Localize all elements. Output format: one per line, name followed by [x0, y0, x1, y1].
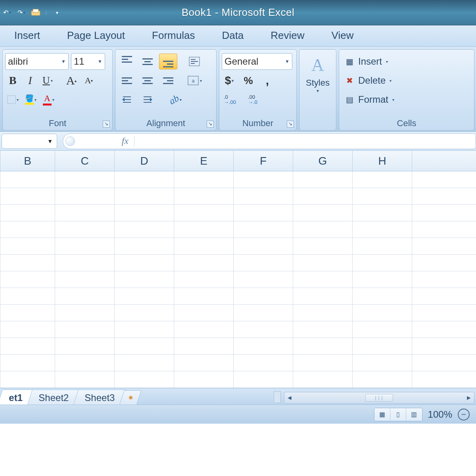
cell[interactable]	[115, 205, 174, 221]
cell[interactable]	[293, 271, 353, 288]
col-header-H[interactable]: H	[353, 151, 412, 171]
cell[interactable]	[55, 255, 115, 271]
cell[interactable]	[234, 171, 293, 188]
zoom-level[interactable]: 100%	[428, 409, 452, 420]
cell[interactable]	[353, 171, 412, 188]
hscroll-thumb[interactable]: ∣∣∣	[365, 394, 393, 402]
cell[interactable]	[234, 371, 293, 388]
cell[interactable]	[353, 305, 412, 321]
cell[interactable]	[115, 288, 174, 305]
col-header-E[interactable]: E	[174, 151, 234, 171]
cell[interactable]	[412, 221, 476, 238]
cell[interactable]	[115, 238, 174, 255]
cell[interactable]	[174, 188, 234, 205]
cell[interactable]	[55, 305, 115, 321]
cell[interactable]	[0, 355, 55, 371]
cell[interactable]	[55, 205, 115, 221]
cell[interactable]	[234, 305, 293, 321]
number-dialog-launcher[interactable]: ↘	[287, 121, 294, 128]
cell[interactable]	[353, 271, 412, 288]
cell[interactable]	[115, 188, 174, 205]
formula-bar-handle[interactable]	[65, 136, 75, 146]
cell[interactable]	[0, 305, 55, 321]
tab-review[interactable]: Review	[268, 25, 307, 46]
cell[interactable]	[55, 171, 115, 188]
cell[interactable]	[174, 371, 234, 388]
grow-font-button[interactable]: A▴	[64, 73, 79, 88]
cell[interactable]	[412, 321, 476, 338]
cell[interactable]	[55, 321, 115, 338]
cell[interactable]	[234, 255, 293, 271]
cell[interactable]	[0, 321, 55, 338]
cell[interactable]	[412, 255, 476, 271]
cell[interactable]	[174, 205, 234, 221]
horizontal-scrollbar[interactable]: ◄ ∣∣∣ ►	[284, 392, 474, 404]
cell[interactable]	[353, 188, 412, 205]
cell[interactable]	[55, 221, 115, 238]
tab-page-layout[interactable]: Page Layout	[65, 25, 127, 46]
merge-center-button[interactable]: a▾	[185, 73, 203, 88]
cell[interactable]	[174, 171, 234, 188]
orientation-button[interactable]: ab▾	[166, 92, 184, 107]
cell[interactable]	[234, 321, 293, 338]
font-color-button[interactable]: A▾	[41, 93, 56, 106]
number-format-combo[interactable]: General▼	[222, 53, 292, 70]
cell[interactable]	[234, 238, 293, 255]
cell[interactable]	[293, 288, 353, 305]
font-size-combo[interactable]: 11▼	[71, 53, 105, 70]
cell[interactable]	[293, 321, 353, 338]
undo-button[interactable]: ↶▾	[2, 7, 13, 18]
redo-button[interactable]: ↷▾	[16, 7, 27, 18]
font-name-combo[interactable]: alibri▼	[5, 53, 69, 70]
cell[interactable]	[293, 371, 353, 388]
cell[interactable]	[293, 255, 353, 271]
cell[interactable]	[293, 205, 353, 221]
cell[interactable]	[0, 338, 55, 355]
view-normal-button[interactable]: ▦	[374, 408, 390, 421]
sheet-tab-3[interactable]: Sheet3	[73, 390, 127, 405]
cell[interactable]	[174, 271, 234, 288]
cell[interactable]	[0, 255, 55, 271]
cell[interactable]	[293, 221, 353, 238]
hscroll-left-button[interactable]: ◄	[284, 394, 295, 401]
tab-view[interactable]: View	[329, 25, 356, 46]
percent-format-button[interactable]: %	[241, 73, 256, 88]
cell[interactable]	[55, 188, 115, 205]
cell[interactable]	[234, 355, 293, 371]
cell[interactable]	[412, 371, 476, 388]
tab-formulas[interactable]: Formulas	[150, 25, 197, 46]
cell[interactable]	[55, 338, 115, 355]
name-box[interactable]: ▼	[2, 134, 57, 149]
cell[interactable]	[353, 288, 412, 305]
cell[interactable]	[0, 221, 55, 238]
col-header-G[interactable]: G	[293, 151, 353, 171]
cell[interactable]	[55, 238, 115, 255]
cell[interactable]	[234, 188, 293, 205]
borders-button[interactable]: ▾	[5, 93, 21, 106]
align-top-button[interactable]	[118, 54, 136, 69]
cell[interactable]	[353, 255, 412, 271]
tab-insert[interactable]: Insert	[12, 25, 42, 46]
cell[interactable]	[115, 255, 174, 271]
cell[interactable]	[55, 288, 115, 305]
cell[interactable]	[412, 288, 476, 305]
cell[interactable]	[293, 338, 353, 355]
cell[interactable]	[412, 188, 476, 205]
cell[interactable]	[412, 271, 476, 288]
cell[interactable]	[174, 355, 234, 371]
hscroll-right-button[interactable]: ►	[464, 394, 474, 401]
font-dialog-launcher[interactable]: ↘	[103, 121, 110, 128]
cell[interactable]	[353, 238, 412, 255]
cell[interactable]	[0, 371, 55, 388]
cell[interactable]	[55, 355, 115, 371]
cell[interactable]	[353, 321, 412, 338]
cell[interactable]	[115, 305, 174, 321]
cell[interactable]	[353, 338, 412, 355]
cell[interactable]	[55, 371, 115, 388]
cell[interactable]	[412, 238, 476, 255]
increase-decimal-button[interactable]: .0→.00	[222, 92, 238, 107]
cell[interactable]	[234, 205, 293, 221]
cell[interactable]	[115, 171, 174, 188]
cell[interactable]	[412, 171, 476, 188]
accounting-format-button[interactable]: $▾	[222, 73, 237, 88]
